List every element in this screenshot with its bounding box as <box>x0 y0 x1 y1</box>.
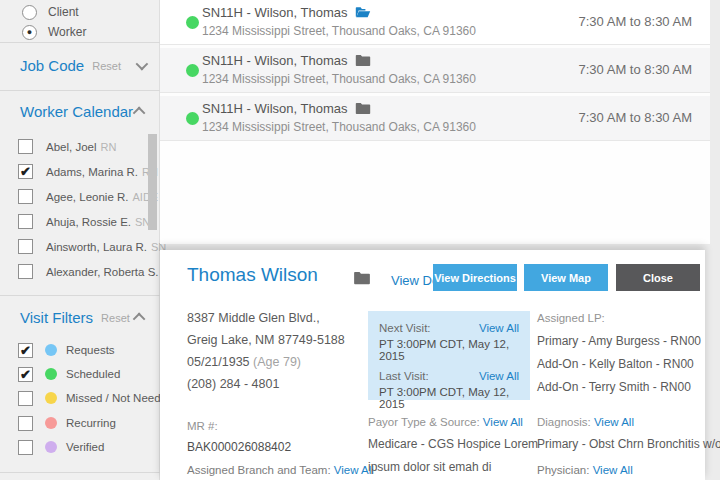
visit-row-2[interactable]: SN11H - Wilson, Thomas 1234 Mississippi … <box>160 48 710 93</box>
payor-line-1: Medicare - CGS Hospice Lorem <box>368 437 538 451</box>
assigned-lp-label: Assigned LP: <box>537 307 701 330</box>
worker-checkbox[interactable]: ✔ <box>18 164 33 179</box>
filter-checkbox[interactable]: ✔ <box>18 343 33 358</box>
worker-checkbox[interactable] <box>18 139 33 154</box>
divider <box>0 295 160 296</box>
folder-icon[interactable] <box>353 271 371 285</box>
patient-address-block: 8387 Middle Glen Blvd., Greig Lake, NM 8… <box>187 307 345 395</box>
view-directions-button[interactable]: View Directions <box>433 264 517 291</box>
client-radio-button[interactable] <box>22 5 37 20</box>
divider <box>0 42 160 43</box>
visit-time: 7:30 AM to 8:30 AM <box>579 14 692 29</box>
worker-checkbox[interactable] <box>18 189 33 204</box>
folder-icon[interactable] <box>355 102 371 115</box>
filter-row-scheduled[interactable]: ✔ Scheduled <box>18 362 120 386</box>
assigned-lp-block: Assigned LP: Primary - Amy Burgess - RN0… <box>537 307 701 399</box>
filter-row-missed[interactable]: Missed / Not Needed <box>18 386 173 410</box>
visit-address: 1234 Mississippi Street, Thousand Oaks, … <box>202 120 476 134</box>
mr-number: BAK000026088402 <box>187 437 291 458</box>
worker-name: Adams, Marina R. <box>46 166 138 178</box>
mr-block: MR #: BAK000026088402 <box>187 416 291 458</box>
last-visit-label: Last Visit: <box>379 370 429 382</box>
checkmark: ✔ <box>20 344 31 357</box>
worker-credential: RN <box>101 141 117 153</box>
view-map-button[interactable]: View Map <box>524 264 608 291</box>
worker-list-item[interactable]: Agee, Leonie R. AIDE <box>18 184 158 209</box>
worker-list-item[interactable]: Ainsworth, Laura R. SN <box>18 234 166 259</box>
diagnosis-view-all-link[interactable]: View All <box>594 416 634 428</box>
visit-title: SN11H - Wilson, Thomas <box>202 101 347 116</box>
physician-view-all-link[interactable]: View All <box>593 464 633 476</box>
assigned-branch-label: Assigned Branch and Team: <box>187 464 331 476</box>
worker-list-item[interactable]: ✔ Adams, Marina R. RN <box>18 159 158 184</box>
close-button[interactable]: Close <box>616 264 700 291</box>
mr-label: MR #: <box>187 416 291 437</box>
radio-dot: ● <box>27 28 32 37</box>
visit-title: SN11H - Wilson, Thomas <box>202 53 347 68</box>
scheduled-status-dot <box>186 16 199 29</box>
worker-list-item[interactable]: Ahuja, Rossie E. SN <box>18 209 150 234</box>
visit-filters-title: Visit Filters <box>20 309 93 326</box>
address-line-1: 8387 Middle Glen Blvd., <box>187 307 345 329</box>
filter-checkbox[interactable] <box>18 440 33 455</box>
chevron-up-icon[interactable] <box>133 107 146 120</box>
next-visit-label: Next Visit: <box>379 322 431 334</box>
visit-time: 7:30 AM to 8:30 AM <box>579 110 692 125</box>
next-visit-view-all-link[interactable]: View All <box>479 322 519 334</box>
scheduled-status-dot <box>186 64 199 77</box>
worker-calendar-title: Worker Calendar <box>20 103 133 120</box>
last-visit-row: Last Visit: View All <box>379 370 519 382</box>
chevron-up-icon[interactable] <box>133 313 146 326</box>
phone: (208) 284 - 4801 <box>187 373 345 395</box>
payor-view-all-link[interactable]: View All <box>483 416 523 428</box>
visit-info: SN11H - Wilson, Thomas 1234 Mississippi … <box>202 5 476 38</box>
worker-list-scrollbar[interactable] <box>148 134 157 230</box>
lp-addon-1: Add-On - Kelly Balton - RN00 <box>537 353 701 376</box>
divider <box>0 472 160 473</box>
worker-name: Agee, Leonie R. <box>46 191 128 203</box>
worker-radio-button[interactable]: ● <box>22 25 37 40</box>
visit-title-line: SN11H - Wilson, Thomas <box>202 5 476 20</box>
recurring-color-dot <box>45 417 57 429</box>
filter-checkbox[interactable] <box>18 416 33 431</box>
job-code-reset-link[interactable]: Reset <box>92 60 121 72</box>
chevron-down-icon[interactable] <box>136 58 149 71</box>
radio-client[interactable]: Client <box>22 2 79 22</box>
visit-filters-section-header[interactable]: Visit Filters Reset <box>20 309 145 326</box>
diagnosis-label: Diagnosis: <box>537 416 591 428</box>
visit-row-1[interactable]: SN11H - Wilson, Thomas 1234 Mississippi … <box>160 0 710 45</box>
assigned-branch-line: Assigned Branch and Team: View All <box>187 464 374 476</box>
next-last-visit-box: Next Visit: View All PT 3:00PM CDT, May … <box>368 311 530 400</box>
requests-color-dot <box>45 344 57 356</box>
folder-icon[interactable] <box>355 54 371 67</box>
worker-checkbox[interactable] <box>18 214 33 229</box>
worker-checkbox[interactable] <box>18 239 33 254</box>
filter-row-requests[interactable]: ✔ Requests <box>18 338 115 362</box>
filter-row-recurring[interactable]: Recurring <box>18 411 116 435</box>
visit-info: SN11H - Wilson, Thomas 1234 Mississippi … <box>202 101 476 134</box>
worker-checkbox[interactable] <box>18 264 33 279</box>
visit-row-3[interactable]: SN11H - Wilson, Thomas 1234 Mississippi … <box>160 96 710 141</box>
worker-radio-label: Worker <box>48 25 86 39</box>
last-visit-value: PT 3:00PM CDT, May 12, 2015 <box>379 386 519 410</box>
visit-title-line: SN11H - Wilson, Thomas <box>202 101 476 116</box>
dob-line: 05/21/1935 (Age 79) <box>187 351 345 373</box>
lp-primary: Primary - Amy Burgess - RN00 <box>537 330 701 353</box>
last-visit-view-all-link[interactable]: View All <box>479 370 519 382</box>
radio-worker[interactable]: ● Worker <box>22 22 86 42</box>
filter-checkbox[interactable] <box>18 391 33 406</box>
dob: 05/21/1935 <box>187 355 250 369</box>
list-empty-area <box>160 141 710 244</box>
filter-checkbox[interactable]: ✔ <box>18 367 33 382</box>
divider <box>0 90 160 91</box>
worker-list-item[interactable]: Abel, Joel RN <box>18 134 116 159</box>
worker-calendar-section-header[interactable]: Worker Calendar <box>20 103 145 120</box>
open-folder-icon[interactable] <box>355 6 371 19</box>
address-line-2: Greig Lake, NM 87749-5188 <box>187 329 345 351</box>
physician-label: Physician: <box>537 464 589 476</box>
visit-info: SN11H - Wilson, Thomas 1234 Mississippi … <box>202 53 476 86</box>
visit-filters-reset-link[interactable]: Reset <box>101 312 130 324</box>
job-code-title: Job Code <box>20 57 84 74</box>
job-code-section-header[interactable]: Job Code Reset <box>20 57 145 74</box>
filter-row-verified[interactable]: Verified <box>18 435 104 459</box>
